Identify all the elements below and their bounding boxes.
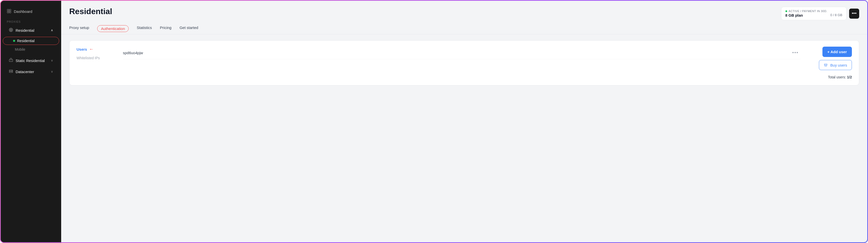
total-users-value: 1/2 (847, 75, 852, 79)
buy-users-button[interactable]: Buy users (819, 60, 852, 70)
buy-users-icon (824, 63, 829, 67)
tab-get-started[interactable]: Get started (180, 25, 198, 34)
sidebar-group-datacenter-header[interactable]: Datacenter ∨ (3, 66, 59, 77)
page-title: Residential (69, 7, 112, 16)
arrow-left-icon: ← (89, 47, 94, 52)
plan-status-line: ACTIVE / PAYMENT IN 30D. (785, 9, 828, 12)
dashboard-icon (7, 9, 11, 14)
sidebar-group-residential: Residential ∧ Residential Mobile (1, 25, 61, 54)
tab-statistics[interactable]: Statistics (137, 25, 152, 34)
svg-rect-0 (7, 9, 9, 11)
residential-sub-label: Residential (17, 39, 34, 43)
sidebar-group-datacenter: Datacenter ∨ (1, 66, 61, 77)
chevron-up-icon: ∧ (51, 28, 53, 32)
svg-point-13 (825, 66, 826, 67)
users-section-label: Users ← (76, 47, 117, 52)
user-row: spd6uo4pjw ••• (123, 47, 801, 59)
static-residential-icon (9, 58, 13, 63)
active-dot (13, 40, 15, 42)
plan-badge: ACTIVE / PAYMENT IN 30D. 8 GB plan 0 / 8… (781, 7, 847, 20)
residential-group-label: Residential (16, 28, 34, 32)
users-label-text: Users (76, 47, 87, 51)
page-header: Residential ACTIVE / PAYMENT IN 30D. 8 G… (61, 1, 867, 20)
sidebar-item-dashboard[interactable]: Dashboard (1, 6, 61, 17)
plan-badge-info: ACTIVE / PAYMENT IN 30D. 8 GB plan (785, 9, 828, 18)
sidebar-item-residential[interactable]: Residential (3, 37, 59, 45)
more-options-button[interactable]: ••• (849, 8, 859, 19)
tab-proxy-setup-label: Proxy setup (69, 25, 89, 30)
sidebar-group-residential-header[interactable]: Residential ∧ (3, 25, 59, 35)
whitelisted-ips-label: Whitelisted IPs (76, 56, 117, 60)
svg-point-14 (826, 66, 827, 67)
auth-left-col: Users ← Whitelisted IPs (76, 47, 117, 60)
plan-name: 8 GB plan (785, 13, 828, 18)
datacenter-label: Datacenter (16, 70, 34, 74)
tab-pricing[interactable]: Pricing (160, 25, 172, 34)
plan-status-text: ACTIVE / PAYMENT IN 30D. (789, 9, 828, 12)
svg-rect-3 (9, 11, 11, 13)
svg-rect-2 (7, 11, 9, 13)
dashboard-label: Dashboard (14, 9, 32, 14)
row-actions: ••• (143, 49, 801, 56)
plan-status-dot (785, 10, 787, 12)
tab-statistics-label: Statistics (137, 25, 152, 30)
total-users: Total users: 1/2 (828, 75, 852, 79)
chevron-down-icon-datacenter: ∨ (51, 70, 53, 73)
plan-usage: 0 / 8 GB (830, 13, 842, 18)
main-content: Residential ACTIVE / PAYMENT IN 30D. 8 G… (61, 1, 867, 242)
tab-authentication-label: Authentication (101, 26, 125, 31)
add-user-button[interactable]: + Add user (823, 47, 852, 57)
sidebar: Dashboard PROXIES Residential ∧ (1, 1, 61, 242)
proxies-section-label: PROXIES (1, 20, 61, 25)
user-name: spd6uo4pjw (123, 51, 143, 55)
more-dots-icon: ••• (852, 11, 857, 16)
auth-center-col: spd6uo4pjw ••• (117, 47, 807, 59)
chevron-down-icon-static: ∨ (51, 59, 53, 62)
residential-sub-items: Residential Mobile (1, 35, 61, 54)
tab-pricing-label: Pricing (160, 25, 172, 30)
tab-authentication[interactable]: Authentication (97, 25, 129, 32)
buy-users-button-label: Buy users (830, 63, 847, 67)
auth-card-inner: Users ← Whitelisted IPs spd6uo4pjw ••• (76, 47, 852, 79)
datacenter-icon (9, 69, 13, 74)
svg-point-6 (11, 30, 11, 30)
mobile-sub-label: Mobile (15, 47, 25, 51)
tab-proxy-setup[interactable]: Proxy setup (69, 25, 89, 34)
total-users-prefix: Total users: (828, 75, 847, 79)
static-residential-label: Static Residential (16, 58, 45, 63)
svg-point-12 (12, 72, 12, 72)
residential-icon (9, 28, 13, 33)
sidebar-item-mobile[interactable]: Mobile (3, 45, 59, 53)
tabs-bar: Proxy setup Authentication Statistics Pr… (61, 20, 867, 34)
header-right: ACTIVE / PAYMENT IN 30D. 8 GB plan 0 / 8… (781, 7, 860, 20)
sidebar-group-static-header[interactable]: Static Residential ∨ (3, 55, 59, 65)
sidebar-group-static-residential: Static Residential ∨ (1, 55, 61, 65)
auth-right-col: + Add user Buy users (807, 47, 852, 79)
content-area: Users ← Whitelisted IPs spd6uo4pjw ••• (61, 34, 867, 242)
add-user-button-label: + Add user (828, 50, 847, 54)
row-more-options[interactable]: ••• (790, 49, 801, 56)
svg-rect-1 (9, 9, 11, 11)
svg-point-11 (12, 70, 12, 71)
tab-get-started-label: Get started (180, 25, 198, 30)
auth-card: Users ← Whitelisted IPs spd6uo4pjw ••• (69, 40, 859, 85)
